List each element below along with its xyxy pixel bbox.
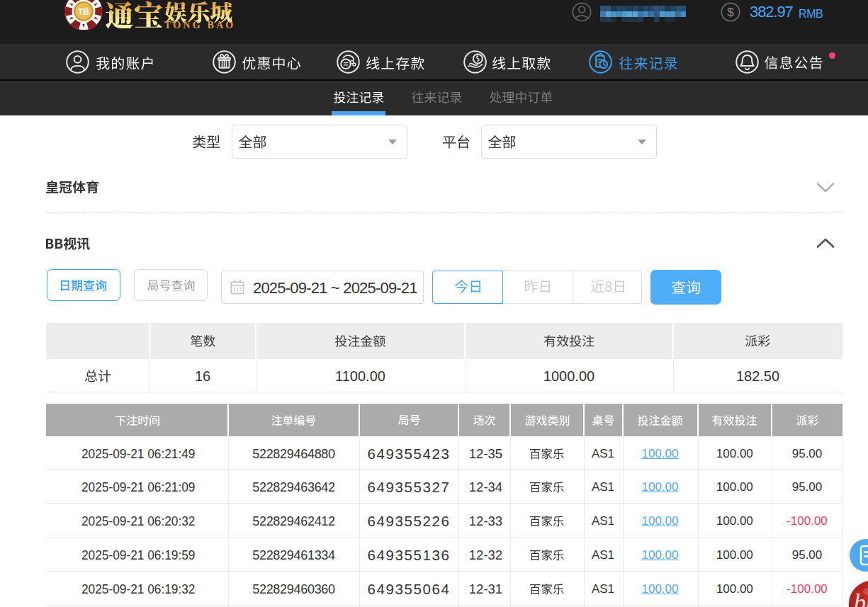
svg-text:TB: TB [78, 7, 89, 17]
svg-text:$: $ [727, 6, 734, 19]
svg-text:bb: bb [854, 589, 868, 607]
